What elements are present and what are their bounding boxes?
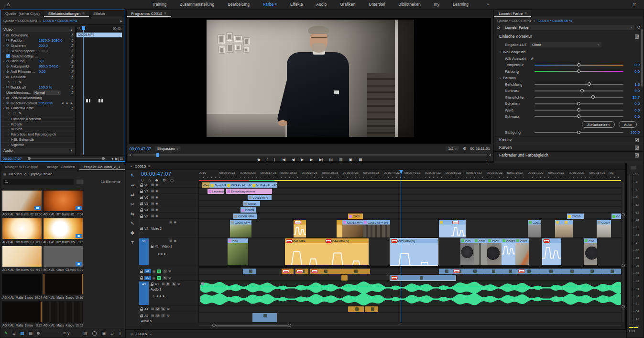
track-lane-v5[interactable] [199,201,621,206]
track-output-eye-icon[interactable]: ◉ [174,220,176,224]
twirl-icon[interactable]: ∨ [3,96,6,99]
clip[interactable] [341,275,348,281]
clip[interactable] [295,269,308,274]
slider-handle[interactable] [577,114,580,118]
clip[interactable] [542,238,561,265]
project-item-name[interactable]: AG X AL_Matte_4.mov [44,324,75,327]
twirl-icon[interactable]: ∨ [499,50,501,53]
twirl-icon[interactable]: › [8,128,11,131]
close-icon[interactable]: × [131,332,133,336]
slider-handle[interactable] [577,63,580,67]
clip[interactable] [282,269,294,274]
timeline-vertical-scrollbar[interactable] [622,181,625,322]
clip-c0034[interactable]: C0034 [597,220,611,237]
scrub-playhead[interactable] [156,153,159,157]
project-item[interactable]: AG X AL_film burns_05...7:17 [43,218,84,244]
mark-out-button[interactable]: } [274,158,275,162]
timeline-ruler[interactable]: 00:0000:00:04:2300:00:09:2300:00:14:2300… [199,170,621,181]
panel-menu-icon[interactable]: ≡ [150,332,152,336]
mute-button[interactable]: M [155,314,160,317]
reset-button[interactable]: ↺ [70,38,74,43]
clip[interactable] [243,269,256,274]
project-item[interactable]: AG X AL_Matte_3.mov9:22 [2,301,43,327]
twirl-icon[interactable]: ∨ [3,107,6,110]
reset-button[interactable]: ↺ [70,75,74,79]
clip-c0042-mp4[interactable]: C0042.MP4 [285,238,324,265]
clip-dust-pa[interactable]: Dust & Pa [210,182,226,188]
project-item-thumbnail[interactable] [2,301,42,323]
twirl-icon[interactable]: ∨ [499,77,501,79]
project-item[interactable]: AG X AL_Matte_1.mov10:02 [2,273,43,299]
timeline-tab[interactable]: C0015 [135,164,146,169]
meter-mute-dot[interactable] [629,330,632,332]
clip-leonardo[interactable]: Leonardo [207,189,224,194]
group-farbton[interactable]: ∨Farbton [494,75,644,81]
type-tool[interactable]: T [131,240,134,245]
clip-c00[interactable]: C00 [584,238,597,265]
slider-value[interactable]: 0,0 [625,69,640,74]
twirl-icon[interactable]: › [3,86,6,89]
sequence-tab[interactable]: C0015 [136,332,147,336]
reset-button[interactable]: ↺ [70,64,74,69]
clip-c0012[interactable]: C0012 [528,220,541,237]
timeline-horizontal-scrollbar[interactable] [199,324,621,327]
slider-track[interactable] [535,71,623,72]
track-output-eye-icon[interactable]: ◉ [155,208,158,212]
track-lane-v3[interactable] [199,214,621,219]
project-item-name[interactable]: AG X AL_Matte_2.mov [44,296,75,299]
reset-button[interactable]: ↺ [70,154,74,155]
project-item-thumbnail[interactable] [2,218,42,239]
lock-icon[interactable] [140,309,143,311]
slider-value[interactable]: 0,0 [625,114,640,119]
lumetri-tab[interactable]: Lumetri-Farbe ≡ [494,10,531,17]
project-item-thumbnail[interactable] [2,273,42,295]
rect-mask-icon[interactable]: □ [13,80,16,84]
workspace-tab-bearbeitung[interactable]: Bearbeitung [228,2,250,7]
property-value[interactable]: 960,0 [39,64,48,68]
workspace-overflow-icon[interactable]: » [487,2,489,7]
lock-icon[interactable] [140,278,143,280]
slider-handle[interactable] [591,95,595,99]
mic-icon[interactable]: Ψ [177,282,180,286]
clip-c0011[interactable]: C0011 [243,201,260,206]
clip[interactable] [465,269,484,274]
clip[interactable] [310,269,341,274]
rect-mask-icon[interactable]: □ [13,111,16,115]
track-select-forward-tool[interactable]: ⇥ [131,182,134,188]
sub-section-label[interactable]: Farbräder und Farbabgleich [11,132,56,136]
clip[interactable] [555,220,564,237]
mute-button[interactable]: M [157,276,161,280]
clip[interactable] [365,306,378,312]
property-value[interactable]: 540,0 [49,64,58,68]
slider-track[interactable] [535,97,623,98]
section-audio[interactable]: Audio▲ [1,148,75,153]
lock-icon[interactable] [140,203,143,205]
clip-c0052-mp4-v[interactable]: C0052.MP4 [V] [363,220,390,237]
project-item-thumbnail[interactable] [43,246,83,267]
lumetri-effect-dropdown[interactable]: Lumetri-Farbe ∨ [502,25,634,30]
mic-icon[interactable]: Ψ [167,314,169,317]
workspace-tab-untertitel[interactable]: Untertitel [369,2,385,7]
reset-button[interactable]: ↺ [70,106,74,111]
property-value[interactable]: 100,0 % [39,85,52,90]
track-header-a5[interactable]: A5▤MSΨAudio 5 [139,313,198,322]
track-output-eye-icon[interactable]: ◉ [174,239,176,243]
track-header-a2[interactable]: A2▤MSΨ [139,275,198,281]
playback-resolution-dropdown[interactable]: 1/2∨ [446,146,459,151]
ellipse-mask-icon[interactable]: ○ [8,80,10,84]
project-item-name[interactable]: AG X AL_film burns_03... [2,240,35,244]
lumetri-section-einfache-korrektur[interactable]: Einfache Korrektur✓ [494,32,644,41]
home-icon[interactable]: ⌂ [0,1,16,7]
panel-arrow-icon[interactable]: ▶ [120,19,122,23]
share-icon[interactable]: ⇧ [625,2,644,7]
project-item-name[interactable]: AG X AL_Matte_3.mov [2,324,35,327]
go-to-in-button[interactable]: |◀ [282,158,285,162]
clip[interactable] [439,220,451,237]
clip[interactable] [517,269,539,274]
source-patch-icon[interactable]: ▤ [151,307,154,311]
lock-icon[interactable] [140,228,143,230]
lift-button[interactable]: ▤ [329,158,333,162]
keyframe-pair-icon[interactable] [98,99,103,102]
property-value[interactable]: 200,0 [39,44,48,48]
clip-c0015-mp4[interactable]: C0015.MP4 [248,195,272,200]
